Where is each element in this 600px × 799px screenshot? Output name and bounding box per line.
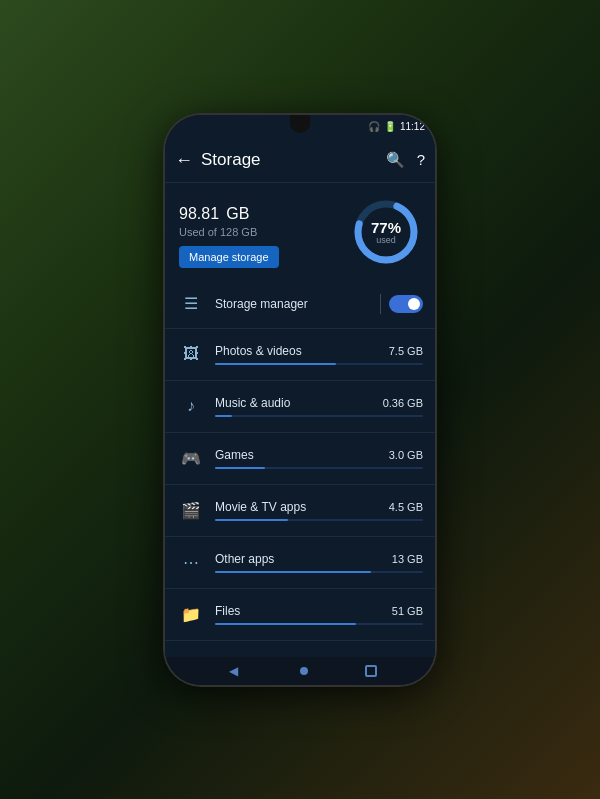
bottom-nav: ◀ bbox=[165, 657, 435, 685]
photos-videos-bar-fill bbox=[215, 363, 336, 365]
list-item[interactable]: 🖼 Photos & videos 7.5 GB bbox=[165, 329, 435, 381]
other-apps-content: Other apps 13 GB bbox=[215, 552, 423, 573]
list-item[interactable]: ⬇ System 20 GB bbox=[165, 641, 435, 657]
photos-videos-size: 7.5 GB bbox=[389, 345, 423, 357]
games-name: Games bbox=[215, 448, 254, 462]
music-audio-bar-fill bbox=[215, 415, 232, 417]
status-icons: 🎧 🔋 11:12 bbox=[368, 121, 425, 132]
files-bar-fill bbox=[215, 623, 356, 625]
list-item[interactable]: 🎬 Movie & TV apps 4.5 GB bbox=[165, 485, 435, 537]
list-item[interactable]: ♪ Music & audio 0.36 GB bbox=[165, 381, 435, 433]
files-content: Files 51 GB bbox=[215, 604, 423, 625]
donut-label: used bbox=[371, 235, 401, 245]
movie-tv-icon: 🎬 bbox=[177, 496, 205, 524]
top-nav: ← Storage 🔍 ? bbox=[165, 139, 435, 183]
music-audio-header: Music & audio 0.36 GB bbox=[215, 396, 423, 410]
storage-manager-row[interactable]: ☰ Storage manager bbox=[165, 280, 435, 329]
storage-list: ☰ Storage manager 🖼 Photos & videos 7.5 … bbox=[165, 280, 435, 657]
music-audio-name: Music & audio bbox=[215, 396, 290, 410]
donut-percent: 77% bbox=[371, 220, 401, 235]
list-item[interactable]: ⋯ Other apps 13 GB bbox=[165, 537, 435, 589]
manager-right bbox=[380, 294, 423, 314]
back-button[interactable]: ← bbox=[175, 150, 193, 171]
files-size: 51 GB bbox=[392, 605, 423, 617]
used-unit: GB bbox=[226, 205, 249, 222]
storage-amount: 98.81 GB bbox=[179, 197, 351, 223]
battery-icon: 🔋 bbox=[384, 121, 396, 132]
headphone-icon: 🎧 bbox=[368, 121, 380, 132]
storage-items-container: 🖼 Photos & videos 7.5 GB ♪ Music & audio… bbox=[165, 329, 435, 657]
page-title: Storage bbox=[201, 150, 386, 170]
other-apps-bar-fill bbox=[215, 571, 371, 573]
phone-screen: 🎧 🔋 11:12 ← Storage 🔍 ? 98.81 GB Used of… bbox=[165, 115, 435, 685]
manage-storage-button[interactable]: Manage storage bbox=[179, 246, 279, 268]
games-content: Games 3.0 GB bbox=[215, 448, 423, 469]
games-bar-fill bbox=[215, 467, 265, 469]
divider bbox=[380, 294, 381, 314]
phone-frame: 🎧 🔋 11:12 ← Storage 🔍 ? 98.81 GB Used of… bbox=[165, 115, 435, 685]
other-apps-size: 13 GB bbox=[392, 553, 423, 565]
photos-videos-content: Photos & videos 7.5 GB bbox=[215, 344, 423, 365]
search-icon[interactable]: 🔍 bbox=[386, 151, 405, 169]
storage-info: 98.81 GB Used of 128 GB Manage storage bbox=[179, 197, 351, 268]
photos-videos-name: Photos & videos bbox=[215, 344, 302, 358]
nav-icons: 🔍 ? bbox=[386, 151, 425, 169]
photos-videos-bar-bg bbox=[215, 363, 423, 365]
movie-tv-size: 4.5 GB bbox=[389, 501, 423, 513]
help-icon[interactable]: ? bbox=[417, 151, 425, 169]
photos-videos-header: Photos & videos 7.5 GB bbox=[215, 344, 423, 358]
other-apps-icon: ⋯ bbox=[177, 548, 205, 576]
movie-tv-header: Movie & TV apps 4.5 GB bbox=[215, 500, 423, 514]
storage-manager-toggle[interactable] bbox=[389, 295, 423, 313]
games-bar-bg bbox=[215, 467, 423, 469]
other-apps-bar-bg bbox=[215, 571, 423, 573]
music-audio-size: 0.36 GB bbox=[383, 397, 423, 409]
files-bar-bg bbox=[215, 623, 423, 625]
music-audio-content: Music & audio 0.36 GB bbox=[215, 396, 423, 417]
music-audio-bar-bg bbox=[215, 415, 423, 417]
movie-tv-name: Movie & TV apps bbox=[215, 500, 306, 514]
games-header: Games 3.0 GB bbox=[215, 448, 423, 462]
used-amount: 98.81 bbox=[179, 205, 219, 222]
time-display: 11:12 bbox=[400, 121, 425, 132]
home-nav-button[interactable] bbox=[300, 667, 308, 675]
movie-tv-content: Movie & TV apps 4.5 GB bbox=[215, 500, 423, 521]
music-audio-icon: ♪ bbox=[177, 392, 205, 420]
storage-manager-label: Storage manager bbox=[215, 297, 380, 311]
storage-manager-icon: ☰ bbox=[177, 290, 205, 318]
photos-videos-icon: 🖼 bbox=[177, 340, 205, 368]
storage-donut: 77% used bbox=[351, 197, 421, 267]
storage-sub: Used of 128 GB bbox=[179, 226, 351, 238]
files-icon: 📁 bbox=[177, 600, 205, 628]
donut-text: 77% used bbox=[371, 220, 401, 245]
other-apps-name: Other apps bbox=[215, 552, 274, 566]
games-icon: 🎮 bbox=[177, 444, 205, 472]
movie-tv-bar-bg bbox=[215, 519, 423, 521]
movie-tv-bar-fill bbox=[215, 519, 288, 521]
recents-nav-button[interactable] bbox=[365, 665, 377, 677]
list-item[interactable]: 🎮 Games 3.0 GB bbox=[165, 433, 435, 485]
storage-overview: 98.81 GB Used of 128 GB Manage storage 7… bbox=[165, 183, 435, 280]
list-item[interactable]: 📁 Files 51 GB bbox=[165, 589, 435, 641]
files-name: Files bbox=[215, 604, 240, 618]
files-header: Files 51 GB bbox=[215, 604, 423, 618]
back-nav-button[interactable]: ◀ bbox=[223, 661, 243, 681]
games-size: 3.0 GB bbox=[389, 449, 423, 461]
other-apps-header: Other apps 13 GB bbox=[215, 552, 423, 566]
